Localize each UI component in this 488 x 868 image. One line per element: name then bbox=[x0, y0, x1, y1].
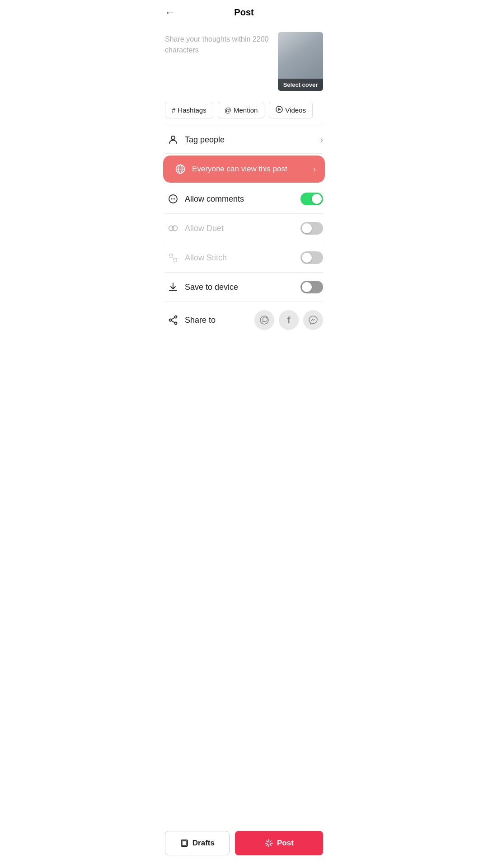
share-to-row: Share to f bbox=[156, 302, 332, 338]
caption-input[interactable]: Share your thoughts within 2200 characte… bbox=[165, 32, 272, 56]
hashtags-chip[interactable]: # Hashtags bbox=[165, 102, 213, 118]
videos-label: Videos bbox=[285, 106, 306, 114]
post-sparkle-icon bbox=[264, 839, 273, 848]
hashtags-label: Hashtags bbox=[178, 106, 206, 114]
allow-comments-row: Allow comments bbox=[156, 184, 332, 213]
save-icon bbox=[165, 282, 181, 292]
chevron-right-icon: › bbox=[320, 135, 323, 145]
whatsapp-button[interactable] bbox=[254, 310, 274, 330]
hashtag-icon: # bbox=[172, 106, 175, 114]
allow-stitch-row: Allow Stitch bbox=[156, 243, 332, 272]
globe-icon bbox=[172, 164, 188, 175]
save-device-toggle[interactable] bbox=[300, 281, 323, 293]
bottom-bar: Drafts Post bbox=[156, 824, 332, 868]
stitch-toggle-knob bbox=[302, 253, 312, 263]
svg-point-11 bbox=[174, 198, 175, 199]
drafts-button[interactable]: Drafts bbox=[165, 831, 230, 855]
svg-marker-1 bbox=[278, 108, 281, 111]
back-button[interactable]: ← bbox=[165, 7, 175, 19]
svg-point-2 bbox=[171, 136, 175, 140]
svg-point-16 bbox=[175, 316, 177, 318]
post-button[interactable]: Post bbox=[235, 831, 323, 855]
tag-people-label: Tag people bbox=[185, 135, 320, 145]
svg-point-18 bbox=[175, 322, 177, 325]
svg-point-10 bbox=[173, 198, 174, 199]
mention-label: Mention bbox=[234, 106, 258, 114]
drafts-icon bbox=[180, 839, 189, 848]
tag-people-row[interactable]: Tag people › bbox=[156, 126, 332, 153]
caption-area: Share your thoughts within 2200 characte… bbox=[156, 25, 332, 98]
svg-rect-15 bbox=[174, 258, 177, 261]
share-social-icons: f bbox=[254, 310, 323, 330]
share-icon bbox=[165, 315, 181, 326]
svg-point-9 bbox=[171, 198, 172, 199]
bottom-spacer bbox=[156, 338, 332, 383]
save-to-device-row: Save to device bbox=[156, 273, 332, 302]
save-to-device-label: Save to device bbox=[185, 283, 300, 292]
allow-stitch-label: Allow Stitch bbox=[185, 253, 300, 263]
allow-comments-label: Allow comments bbox=[185, 194, 300, 204]
save-device-toggle-knob bbox=[302, 282, 312, 292]
svg-rect-14 bbox=[169, 254, 173, 257]
page-title: Post bbox=[234, 7, 253, 18]
privacy-row[interactable]: Everyone can view this post › bbox=[163, 156, 325, 183]
share-to-label: Share to bbox=[185, 316, 254, 325]
comments-toggle[interactable] bbox=[300, 193, 323, 205]
privacy-label: Everyone can view this post bbox=[192, 165, 313, 174]
play-icon bbox=[276, 106, 283, 114]
tag-chips: # Hashtags @ Mention Videos bbox=[156, 98, 332, 126]
svg-point-13 bbox=[173, 226, 178, 231]
stitch-toggle[interactable] bbox=[300, 251, 323, 264]
stitch-icon bbox=[165, 252, 181, 263]
videos-chip[interactable]: Videos bbox=[269, 102, 313, 118]
person-icon bbox=[165, 134, 181, 145]
privacy-chevron-icon: › bbox=[313, 165, 316, 174]
svg-line-19 bbox=[171, 317, 174, 319]
svg-line-20 bbox=[171, 321, 174, 322]
duet-toggle[interactable] bbox=[300, 222, 323, 235]
comments-icon bbox=[165, 193, 181, 204]
comments-toggle-knob bbox=[312, 194, 322, 204]
divider-2 bbox=[165, 153, 323, 154]
facebook-button[interactable]: f bbox=[279, 310, 299, 330]
mention-icon: @ bbox=[225, 106, 231, 114]
svg-rect-23 bbox=[182, 841, 187, 845]
select-cover-label: Select cover bbox=[278, 79, 323, 91]
header: ← Post bbox=[156, 0, 332, 25]
allow-duet-row: Allow Duet bbox=[156, 214, 332, 243]
post-label: Post bbox=[277, 839, 294, 848]
drafts-label: Drafts bbox=[192, 839, 215, 848]
messenger-button[interactable] bbox=[303, 310, 323, 330]
allow-duet-label: Allow Duet bbox=[185, 224, 300, 233]
duet-icon bbox=[165, 223, 181, 234]
cover-thumbnail[interactable]: Select cover bbox=[278, 32, 323, 91]
svg-point-17 bbox=[169, 319, 172, 321]
duet-toggle-knob bbox=[302, 223, 312, 233]
mention-chip[interactable]: @ Mention bbox=[218, 102, 265, 118]
